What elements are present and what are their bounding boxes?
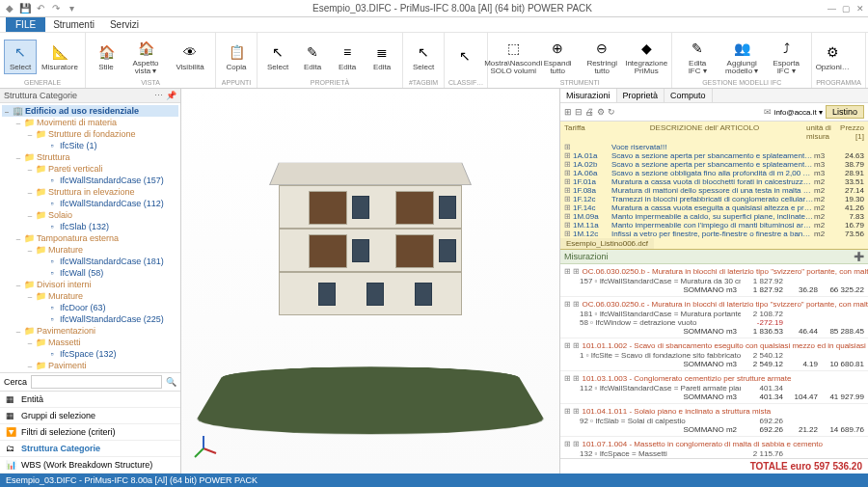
tree-item[interactable]: –📁Pavimentazioni xyxy=(2,325,178,337)
ribbon-button[interactable]: ◆Integrazione PriMus xyxy=(625,37,667,77)
listino-row[interactable]: ⊞1M.12cInfissi a vetro per finestre, por… xyxy=(560,230,868,238)
tree-item[interactable]: –📁Massetti xyxy=(2,337,178,348)
toolbar-print-icon[interactable]: 🖨 xyxy=(585,107,594,117)
measure-group-title[interactable]: ⊞ ⊞ OC.06.030.0250.c - Muratura in blocc… xyxy=(560,299,868,310)
ribbon-button[interactable]: ⚙Opzioni… xyxy=(816,41,849,73)
ribbon-button[interactable]: 👥Aggiungi modello ▾ xyxy=(720,37,763,77)
ribbon-button[interactable]: ↖Select xyxy=(407,41,440,73)
listino-row[interactable]: ⊞1F.08aMuratura di mattoni dello spessor… xyxy=(560,186,868,195)
ribbon-button[interactable]: ⊖Restringi tutto xyxy=(581,37,623,77)
measure-sommano[interactable]: SOMMANO m3401.34104.4741 927.99 xyxy=(560,392,868,401)
listino-row[interactable]: ⊞1F.14cMuratura a cassa vuota eseguita a… xyxy=(560,203,868,212)
maximize-icon[interactable]: ▢ xyxy=(842,4,851,14)
tree-item[interactable]: ▫IfcWallStandardCase (112) xyxy=(2,198,178,209)
listino-row[interactable]: ⊞1F.01aMuratura a cassa vuota di blocche… xyxy=(560,177,868,186)
listino-row[interactable]: ⊞1A.02bScavo a sezione aperta per sbanca… xyxy=(560,160,868,169)
measure-line[interactable]: 92 ▫ IfcSlab = Solai di calpestio692.26 xyxy=(560,417,868,425)
ribbon-button[interactable]: ⊕Espandi tutto xyxy=(536,37,579,77)
ribbon-button[interactable]: ↖Select xyxy=(4,40,37,74)
tree-item[interactable]: ▫IfcWall (58) xyxy=(2,267,178,279)
listino-row[interactable]: ⊞1M.11aManto impermeabile con l'impiego … xyxy=(560,221,868,230)
undo-icon[interactable]: ↶ xyxy=(35,3,46,14)
measure-sommano[interactable]: SOMMANO m31 836.5346.4485 288.45 xyxy=(560,327,868,336)
toolbar-refresh-icon[interactable]: ↻ xyxy=(608,107,615,117)
left-section-item[interactable]: 🔽Filtri di selezione (criteri) xyxy=(0,424,180,441)
tree-item[interactable]: –📁Pavimenti xyxy=(2,360,178,371)
tree-item[interactable]: –📁Strutture di fondazione xyxy=(2,128,178,140)
ribbon-button[interactable]: 📋Copia xyxy=(220,41,253,73)
tab-misurazioni[interactable]: Misurazioni xyxy=(560,89,617,102)
tree-root[interactable]: –🏢 Edificio ad uso residenziale xyxy=(2,105,178,117)
tree-item[interactable]: –📁Murature xyxy=(2,244,178,256)
ribbon-button[interactable]: ≡Edita xyxy=(331,41,364,73)
measure-sommano[interactable]: SOMMANO m32 549.124.1910 680.81 xyxy=(560,360,868,368)
tree-item[interactable]: –📁Pareti verticali xyxy=(2,163,178,175)
search-icon[interactable]: 🔍 xyxy=(166,377,176,387)
ribbon-button[interactable]: ↖ xyxy=(448,44,481,69)
ribbon-button[interactable]: 👁Visibilità xyxy=(169,41,211,73)
ribbon-button[interactable]: 📐Misuratore xyxy=(39,41,81,73)
tree-item[interactable]: ▫IfcSlab (132) xyxy=(2,221,178,232)
panel-options-icon[interactable]: ⋯ 📌 xyxy=(154,91,176,100)
tree-item[interactable]: ▫IfcWallStandardCase (181) xyxy=(2,256,178,267)
3d-viewport[interactable] xyxy=(181,89,559,473)
measure-group-title[interactable]: ⊞ ⊞ 101.07.1.004 - Massetto in conglomer… xyxy=(560,439,868,449)
tree-item[interactable]: –📁Murature xyxy=(2,290,178,302)
mail-icon[interactable]: ✉ xyxy=(764,107,772,117)
measure-group-title[interactable]: ⊞ ⊞ 101.04.1.011 - Solaio piano e inclin… xyxy=(560,406,868,417)
listino-button[interactable]: Listino xyxy=(826,105,864,119)
tree-item[interactable]: ▫IfcSpace (132) xyxy=(2,348,178,360)
ribbon-button[interactable]: ↖Select xyxy=(261,41,294,73)
listino-row[interactable]: ⊞1A.06aScavo a sezione obbligata fino al… xyxy=(560,169,868,177)
file-menu[interactable]: FILE xyxy=(6,17,45,32)
measure-line[interactable]: 58 ▫ IfcWindow = detrazione vuoto-272.19 xyxy=(560,318,868,327)
measure-line[interactable]: 1 ▫ IfcSite = Scavo di fondazione sito f… xyxy=(560,351,868,360)
search-input[interactable] xyxy=(31,375,162,389)
left-section-item[interactable]: 📊WBS (Work Breakdown Structure) xyxy=(0,457,180,473)
ribbon-button[interactable]: 🏠Stile xyxy=(90,41,122,73)
menu-servizi[interactable]: Servizi xyxy=(102,17,147,32)
tree-item[interactable]: ▫IfcWallStandardCase (157) xyxy=(2,175,178,186)
tree-item[interactable]: ▫IfcWallStandardCase (225) xyxy=(2,313,178,325)
account-email[interactable]: info@acca.it ▾ xyxy=(774,108,823,117)
close-icon[interactable]: ✕ xyxy=(856,4,864,14)
listino-row[interactable]: ⊞1A.01aScavo a sezione aperta per sbanca… xyxy=(560,151,868,160)
toolbar-gear-icon[interactable]: ⚙ xyxy=(597,107,605,117)
ribbon-button[interactable]: ⬚Mostra\Nascondi SOLO volumi xyxy=(492,37,534,77)
save-icon[interactable]: 💾 xyxy=(19,3,31,14)
listino-row[interactable]: ⊞Voce riservata!!! xyxy=(560,143,868,151)
tree-item[interactable]: –📁Solaio xyxy=(2,209,178,221)
left-section-item[interactable]: 🗂Struttura Categorie xyxy=(0,441,180,457)
measure-group-title[interactable]: ⊞ ⊞ 101.01.1.002 - Scavo di sbancamento … xyxy=(560,340,868,351)
tab-computo[interactable]: Computo xyxy=(665,89,713,102)
measure-line[interactable]: 112 ▫ IfcWallStandardCase = Pareti armat… xyxy=(560,384,868,392)
toolbar-collapse-icon[interactable]: ⊟ xyxy=(575,107,583,117)
tree-item[interactable]: –📁Movimenti di materia xyxy=(2,117,178,128)
measure-list[interactable]: ⊞ ⊞ OC.06.030.0250.b - Muratura in blocc… xyxy=(560,264,868,458)
left-section-item[interactable]: ▦Gruppi di selezione xyxy=(0,408,180,424)
redo-icon[interactable]: ↷ xyxy=(50,3,62,14)
minimize-icon[interactable]: — xyxy=(827,4,836,14)
ribbon-button[interactable]: 🏠Aspetto vista ▾ xyxy=(124,37,167,77)
tree-item[interactable]: ▫IfcSite (1) xyxy=(2,140,178,151)
toolbar-expand-icon[interactable]: ⊞ xyxy=(564,107,572,117)
tree-item[interactable]: –📁Struttura in elevazione xyxy=(2,186,178,198)
measure-sommano[interactable]: SOMMANO m2692.2621.2214 689.76 xyxy=(560,425,868,434)
ribbon-button[interactable]: ⤴Esporta IFC ▾ xyxy=(765,37,807,77)
axes-gizmo[interactable] xyxy=(189,434,218,466)
listino-row[interactable]: ⊞1F.12cTramezzi in blocchi prefabbricati… xyxy=(560,195,868,203)
tree-item[interactable]: ▫IfcDoor (63) xyxy=(2,302,178,313)
tab-proprieta[interactable]: Proprietà xyxy=(617,89,665,102)
measure-line[interactable]: 157 ▫ IfcWallStandardCase = Muratura da … xyxy=(560,277,868,285)
category-tree[interactable]: –🏢 Edificio ad uso residenziale –📁Movime… xyxy=(0,103,180,372)
tree-item[interactable]: –📁Divisori interni xyxy=(2,279,178,290)
ribbon-button[interactable]: ✎Edita IFC ▾ xyxy=(676,37,719,77)
listino-file-tab[interactable]: Esempio_Listino006.dcf xyxy=(560,238,654,249)
measure-line[interactable]: 181 ▫ IfcWallStandardCase = Muratura por… xyxy=(560,310,868,318)
measure-add-icon[interactable]: ➕ xyxy=(854,252,864,261)
measure-sommano[interactable]: SOMMANO m31 827.9236.2866 325.22 xyxy=(560,285,868,294)
ribbon-button[interactable]: ≣Edita xyxy=(366,41,398,73)
tree-item[interactable]: –📁Struttura xyxy=(2,151,178,163)
left-section-item[interactable]: ▦Entità xyxy=(0,392,180,408)
listino-row[interactable]: ⊞1M.09aManto impermeabile a caldo, su su… xyxy=(560,212,868,221)
